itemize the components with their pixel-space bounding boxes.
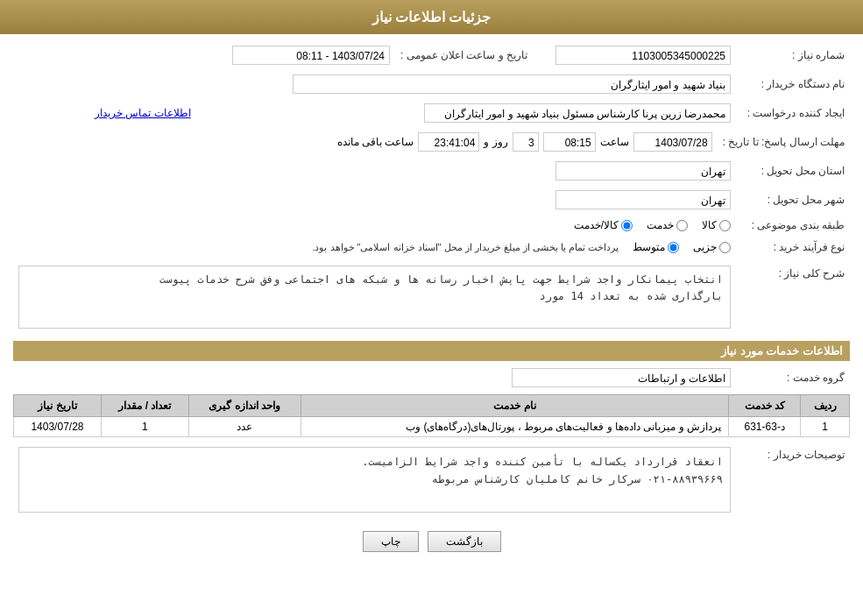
print-button[interactable]: چاپ (363, 531, 419, 552)
page-header: جزئیات اطلاعات نیاز (0, 0, 863, 34)
mohlat-time: 08:15 (543, 132, 596, 152)
farayand-notice: پرداخت تمام یا بخشی از مبلغ خریدار از مح… (312, 242, 619, 253)
shomareNiaz-label: شماره نیاز : (736, 43, 850, 67)
gohreKhadamat-label: گروه خدمت : (736, 365, 850, 390)
saat-label: ساعت (600, 136, 629, 148)
taarikhElan-label: تاریخ و ساعت اعلان عمومی : (395, 43, 533, 67)
khadamat-section-title: اطلاعات خدمات مورد نیاز (13, 341, 850, 361)
cell-vahed: عدد (188, 416, 301, 436)
shahr-value: تهران (555, 190, 731, 209)
sharh-textarea[interactable] (18, 266, 731, 329)
ostan-label: استان محل تحویل : (736, 159, 850, 183)
mohlat-rooz: 3 (513, 132, 539, 152)
taarikhElan-value: 1403/07/24 - 08:11 (232, 46, 390, 65)
col-tarikh: تاریخ نیاز (14, 394, 102, 416)
farayand-jozi[interactable]: جزیی (693, 241, 731, 253)
table-row: 1 د-63-631 پردازش و میزبانی داده‌ها و فع… (14, 416, 850, 436)
col-tedad: تعداد / مقدار (101, 394, 188, 416)
cell-kod: د-63-631 (729, 416, 801, 436)
ejaadKanande-value: محمدرضا زرین پرنا کارشناس مسئول بنیاد شه… (424, 103, 731, 123)
col-vahed: واحد اندازه گیری (188, 394, 301, 416)
rooz-label: روز و (484, 136, 507, 148)
tabaqe-khadamat[interactable]: خدمت (647, 219, 688, 231)
col-radif: ردیف (801, 394, 850, 416)
cell-nam: پردازش و میزبانی داده‌ها و فعالیت‌های مر… (301, 416, 729, 436)
cell-radif: 1 (801, 416, 850, 436)
mohlatErsal-label: مهلت ارسال پاسخ: تا تاریخ : (718, 130, 850, 154)
col-nam: نام خدمت (301, 394, 729, 416)
tabaqeBandi-label: طبقه بندی موضوعی : (736, 216, 850, 234)
gohreKhadamat-value: اطلاعات و ارتباطات (512, 368, 731, 387)
ejaadKanande-label: ایجاد کننده درخواست : (736, 101, 850, 125)
namDastgah-label: نام دستگاه خریدار : (736, 72, 850, 96)
farayand-motaveset[interactable]: متوسط (633, 241, 679, 253)
shomareNiaz-value: 1103005345000225 (555, 46, 731, 65)
back-button[interactable]: بازگشت (428, 531, 501, 552)
tabaqe-kala[interactable]: کالا (702, 219, 731, 231)
mohlat-maande: 23:41:04 (418, 132, 479, 152)
maande-label: ساعت باقی مانده (337, 136, 414, 148)
services-table: ردیف کد خدمت نام خدمت واحد اندازه گیری ت… (13, 394, 850, 437)
col-kod: کد خدمت (729, 394, 801, 416)
namDastgah-value: بنیاد شهید و امور ایثارگران (293, 74, 731, 94)
contact-link[interactable]: اطلاعات تماس خریدار (95, 107, 191, 119)
cell-tedad: 1 (101, 416, 188, 436)
page-title: جزئیات اطلاعات نیاز (372, 10, 492, 25)
tosifKharidar-label: توصیحات خریدار : (736, 444, 850, 518)
shahr-label: شهر محل تحویل : (736, 188, 850, 212)
cell-tarikh: 1403/07/28 (14, 416, 102, 436)
ostan-value: تهران (555, 161, 731, 181)
tabaqe-kala-khadamat[interactable]: کالا/خدمت (574, 219, 633, 231)
noeFarayand-label: نوع فرآیند خرید : (736, 238, 850, 256)
tosifKharidar-textarea[interactable] (18, 447, 731, 513)
mohlat-date: 1403/07/28 (633, 132, 712, 152)
bottom-buttons: بازگشت چاپ (13, 531, 850, 552)
sharh-label: شرح کلی نیاز : (736, 263, 850, 334)
